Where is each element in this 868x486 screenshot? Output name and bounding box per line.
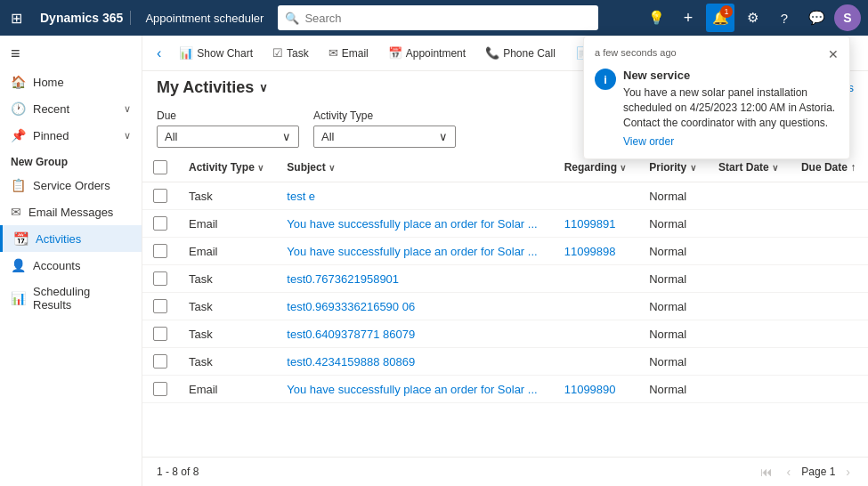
pin-icon: 📌 — [11, 128, 26, 142]
pagination: ⏮ ‹ Page 1 › — [757, 463, 854, 481]
appointment-label: Appointment — [406, 47, 466, 60]
cell-subject[interactable]: You have successfully place an order for… — [276, 376, 553, 403]
help-button[interactable]: ? — [770, 4, 799, 32]
cell-activity-type: Email — [178, 210, 276, 238]
notification-body: i New service You have a new solar panel… — [595, 69, 839, 148]
cell-subject[interactable]: test0.6409378771 86079 — [276, 320, 553, 348]
table-row: Task test e Normal — [142, 182, 868, 210]
appointment-button[interactable]: 📅 Appointment — [379, 43, 475, 63]
row-checkbox[interactable] — [153, 382, 167, 396]
task-button[interactable]: ☑ Task — [264, 43, 318, 63]
activity-type-value: All — [321, 130, 334, 143]
nav-icons: 💡 + 🔔 1 ⚙ ? 💬 S — [642, 4, 861, 32]
sort-activity-type-icon: ∨ — [257, 163, 264, 173]
waffle-icon[interactable]: ⊞ — [7, 6, 26, 30]
cell-subject[interactable]: You have successfully place an order for… — [276, 210, 553, 238]
row-checkbox[interactable] — [153, 216, 167, 231]
prev-page-button[interactable]: ‹ — [783, 463, 795, 481]
first-page-button[interactable]: ⏮ — [757, 463, 776, 481]
accounts-icon: 👤 — [11, 258, 26, 272]
row-checkbox[interactable] — [153, 244, 167, 258]
table-row: Email You have successfully place an ord… — [142, 376, 868, 403]
search-icon: 🔍 — [285, 12, 299, 25]
notification-close-button[interactable]: ✕ — [828, 47, 839, 61]
cell-regarding[interactable] — [554, 182, 639, 210]
sidebar-toggle[interactable]: ≡ — [0, 39, 142, 69]
cell-subject[interactable]: test0.9693336216590 06 — [276, 293, 553, 320]
cell-activity-type: Email — [178, 376, 276, 403]
cell-priority: Normal — [638, 210, 708, 238]
cell-regarding[interactable] — [554, 320, 639, 348]
email-toolbar-icon: ✉ — [329, 46, 338, 60]
cell-start-date — [708, 320, 791, 348]
app-name: Dynamics 365 — [33, 11, 131, 25]
settings-button[interactable]: ⚙ — [738, 4, 767, 32]
cell-regarding[interactable] — [554, 293, 639, 320]
row-checkbox[interactable] — [153, 354, 167, 369]
table-row: Task test0.6409378771 86079 Normal — [142, 320, 868, 348]
cell-regarding[interactable]: 11099891 — [554, 210, 639, 238]
email-button[interactable]: ✉ Email — [320, 43, 377, 63]
add-button[interactable]: + — [674, 4, 702, 32]
search-input[interactable] — [304, 12, 591, 25]
sidebar-item-accounts[interactable]: 👤 Accounts — [0, 252, 142, 279]
cell-regarding[interactable] — [554, 265, 639, 293]
top-nav: ⊞ Dynamics 365 Appointment scheduler 🔍 💡… — [0, 0, 868, 36]
col-activity-type[interactable]: Activity Type ∨ — [178, 153, 276, 182]
notification-view-order-link[interactable]: View order — [623, 135, 839, 148]
user-avatar[interactable]: S — [834, 4, 861, 31]
sidebar-item-service-orders[interactable]: 📋 Service Orders — [0, 172, 142, 198]
sidebar: ≡ 🏠 Home 🕐 Recent ∨ 📌 Pinned ∨ New Group… — [0, 36, 142, 486]
sidebar-item-home[interactable]: 🏠 Home — [0, 69, 142, 95]
table-footer: 1 - 8 of 8 ⏮ ‹ Page 1 › — [142, 457, 868, 486]
col-subject[interactable]: Subject ∨ — [276, 153, 553, 182]
cell-regarding[interactable] — [554, 348, 639, 376]
module-name: Appointment scheduler — [138, 12, 271, 25]
title-chevron[interactable]: ∨ — [259, 81, 268, 94]
due-select[interactable]: All ∨ — [157, 126, 299, 148]
sidebar-item-scheduling-results[interactable]: 📊 Scheduling Results — [0, 279, 142, 318]
notification-header: a few seconds ago ✕ — [595, 47, 839, 61]
show-chart-button[interactable]: 📊 Show Chart — [170, 43, 262, 63]
notification-badge: 1 — [720, 5, 733, 18]
cell-subject[interactable]: test e — [276, 182, 553, 210]
sidebar-item-pinned[interactable]: 📌 Pinned ∨ — [0, 122, 142, 149]
row-checkbox[interactable] — [153, 271, 167, 286]
chart-icon: 📊 — [179, 46, 193, 60]
sidebar-group-new: New Group — [0, 149, 142, 172]
notification-button[interactable]: 🔔 1 — [706, 4, 734, 32]
lightbulb-button[interactable]: 💡 — [642, 4, 670, 32]
sidebar-item-recent[interactable]: 🕐 Recent ∨ — [0, 95, 142, 122]
cell-due-date — [791, 265, 868, 293]
row-checkbox[interactable] — [153, 299, 167, 313]
activity-type-select[interactable]: All ∨ — [313, 126, 456, 148]
cell-start-date — [708, 238, 791, 265]
row-checkbox[interactable] — [153, 327, 167, 341]
notification-text: You have a new solar panel installation … — [623, 85, 839, 130]
next-page-button[interactable]: › — [842, 463, 854, 481]
back-button[interactable]: ‹ — [150, 42, 168, 65]
activities-table: Activity Type ∨ Subject ∨ Regarding ∨ — [142, 153, 868, 403]
email-icon: ✉ — [11, 205, 21, 219]
activities-table-container: Activity Type ∨ Subject ∨ Regarding ∨ — [142, 153, 868, 457]
phone-call-button[interactable]: 📞 Phone Call — [476, 43, 564, 63]
select-all-checkbox[interactable] — [153, 160, 167, 174]
cell-priority: Normal — [638, 348, 708, 376]
chat-button[interactable]: 💬 — [802, 4, 831, 32]
cell-start-date — [708, 293, 791, 320]
phone-icon: 📞 — [485, 46, 499, 60]
sidebar-label-activities: Activities — [36, 232, 81, 246]
due-chevron-icon: ∨ — [282, 130, 291, 143]
cell-due-date — [791, 238, 868, 265]
cell-subject[interactable]: You have successfully place an order for… — [276, 238, 553, 265]
cell-subject[interactable]: test0.4234159888 80869 — [276, 348, 553, 376]
sidebar-item-email-messages[interactable]: ✉ Email Messages — [0, 198, 142, 225]
cell-regarding[interactable]: 11099898 — [554, 238, 639, 265]
sidebar-item-activities[interactable]: 📆 Activities — [0, 225, 142, 252]
cell-subject[interactable]: test0.7673621958901 — [276, 265, 553, 293]
search-box: 🔍 — [278, 5, 598, 30]
row-checkbox[interactable] — [153, 189, 167, 203]
scheduling-icon: 📊 — [11, 291, 26, 305]
cell-regarding[interactable]: 11099890 — [554, 376, 639, 403]
cell-start-date — [708, 265, 791, 293]
